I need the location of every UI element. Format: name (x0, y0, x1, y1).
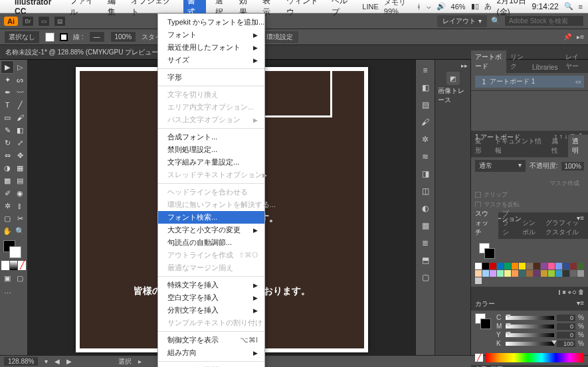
channel-slider[interactable] (506, 333, 554, 337)
gradient-mode-icon[interactable] (10, 261, 18, 270)
make-mask-button[interactable]: マスク作成 (545, 178, 584, 189)
swatch-footer[interactable]: ⫿ ▦ ⊕ ▢ 🗑 (471, 287, 588, 297)
dock-symbol-icon[interactable]: ✲ (419, 133, 432, 146)
line-tool[interactable]: ╱ (14, 99, 26, 111)
tab-links[interactable]: リンク (506, 50, 528, 73)
scale-tool[interactable]: ⤢ (14, 137, 26, 149)
dock-appearance-icon[interactable]: ◐ (419, 202, 432, 215)
opacity-field[interactable]: 100% (110, 31, 137, 42)
menu-item[interactable]: 空白文字を挿入▶ (158, 291, 264, 304)
dock-icon-1[interactable]: ≡ (419, 64, 432, 77)
mid-strip-collapse-icon[interactable]: ▸▸ (438, 62, 468, 69)
swatch[interactable] (512, 270, 518, 277)
gradient-tool[interactable]: ▤ (14, 175, 26, 186)
screen-mode-full[interactable]: ▢ (14, 273, 26, 283)
swatch-fillstroke-chip[interactable] (479, 243, 495, 259)
spotlight-icon[interactable]: 🔍 (564, 2, 573, 11)
menu-item[interactable]: 分割文字を挿入▶ (158, 304, 264, 317)
perspective-tool[interactable]: ▦ (14, 162, 26, 174)
swatch[interactable] (490, 270, 496, 277)
none-mode-icon[interactable]: ╱ (18, 261, 26, 270)
artboard-nav-next-icon[interactable]: ▶ (66, 358, 72, 365)
swatch[interactable] (482, 263, 489, 269)
swatch[interactable] (534, 270, 540, 277)
spectrum-bar[interactable] (486, 353, 584, 362)
stock-search-input[interactable] (504, 15, 584, 27)
selection-tool[interactable]: ▶ (1, 61, 13, 73)
width-tool[interactable]: ⇔ (1, 149, 13, 161)
swatch[interactable] (475, 270, 482, 277)
channel-value[interactable]: 0 (557, 332, 575, 338)
dock-gradient-icon[interactable]: ◨ (419, 167, 432, 181)
zoom-tool[interactable]: 🔍 (14, 225, 26, 237)
artboard-nav-prev-icon[interactable]: ◀ (54, 358, 60, 365)
color-mode-icon[interactable] (1, 261, 9, 270)
tab-attributes[interactable]: 属性 (547, 135, 567, 157)
chrome-icon-2[interactable]: ▤ (54, 16, 66, 27)
swatch[interactable] (497, 270, 504, 277)
channel-value[interactable]: 0 (557, 323, 575, 330)
swatch[interactable] (570, 270, 577, 277)
clip-checkbox[interactable] (475, 192, 481, 198)
swatch[interactable] (541, 263, 547, 269)
dock-brush-icon[interactable]: 🖌 (419, 115, 432, 129)
symbol-sprayer-tool[interactable]: ✲ (1, 200, 13, 212)
swatch[interactable] (490, 263, 496, 269)
menu-item[interactable]: 文字組みアキ量設定... (158, 156, 264, 169)
swatch[interactable] (504, 263, 511, 269)
swatch[interactable] (512, 263, 518, 269)
menu-item[interactable]: 禁則処理設定... (158, 143, 264, 156)
menu-edit[interactable]: 編集 (108, 0, 122, 18)
dock-stroke-icon[interactable]: ≋ (419, 150, 432, 163)
menu-item[interactable]: 句読点の自動調節... (158, 236, 264, 249)
image-trace-button[interactable]: ◩ 画像トレース (438, 69, 468, 108)
document-tab[interactable]: 名称未設定-1* @ 128.88% (CMYK/GPU プレビュー) (5, 48, 161, 57)
chrome-icon-1[interactable]: ▭ (38, 16, 50, 27)
swatch[interactable] (482, 277, 489, 284)
zoom-field[interactable]: 128.88% (4, 357, 38, 366)
swatch[interactable] (541, 270, 547, 277)
tab-layers[interactable]: レイヤー (561, 50, 588, 73)
dock-layers-icon[interactable]: ≣ (419, 236, 432, 250)
swatch[interactable] (482, 270, 489, 277)
eraser-tool[interactable]: ◧ (14, 124, 26, 136)
menu-item[interactable]: 組み方向▶ (158, 346, 264, 359)
panel-menu-icon[interactable]: ▸≡ (577, 33, 584, 40)
menu-item[interactable]: 特殊文字を挿入▶ (158, 279, 264, 291)
hand-tool[interactable]: ✋ (1, 225, 13, 237)
swatch[interactable] (577, 270, 584, 277)
tab-docinfo[interactable]: ドキュメント情報 (491, 135, 547, 157)
swatch[interactable] (563, 270, 569, 277)
menu-help[interactable]: ヘルプ (332, 0, 353, 18)
menu-file[interactable]: ファイル (70, 0, 98, 18)
screen-mode-normal[interactable]: ▣ (1, 273, 13, 283)
swatch[interactable] (475, 263, 482, 269)
tab-graphic-styles[interactable]: グラフィックスタイル (541, 216, 588, 239)
fill-stroke-swatch[interactable] (1, 240, 26, 260)
swatch[interactable] (548, 263, 555, 269)
tab-transparency[interactable]: 透明 (568, 135, 588, 157)
fill-swatch[interactable] (45, 33, 54, 42)
swatch[interactable] (475, 277, 482, 284)
prefs-button[interactable]: 環境設定 (261, 31, 298, 43)
magic-wand-tool[interactable]: ✦ (1, 74, 13, 86)
channel-value[interactable]: 0 (557, 315, 575, 321)
swatch[interactable] (497, 263, 504, 269)
artboard-list-row[interactable]: 1 アートボード 1 ▭ (475, 76, 584, 88)
layout-dropdown[interactable]: レイアウト▾ (437, 15, 487, 27)
channel-slider[interactable] (506, 325, 554, 329)
menu-item[interactable]: フォント検索... (158, 211, 264, 224)
color-panel-header[interactable]: カラー▾≡ (471, 297, 588, 311)
tab-brushes[interactable]: ブラシ (498, 207, 518, 239)
swatch[interactable] (534, 263, 540, 269)
eyedropper-tool[interactable]: ✐ (1, 187, 13, 199)
color-fillstroke-chip[interactable] (475, 313, 491, 329)
mesh-tool[interactable]: ▩ (1, 175, 13, 186)
shaper-tool[interactable]: ✎ (1, 124, 13, 136)
channel-slider[interactable] (506, 316, 554, 320)
swatch[interactable] (526, 270, 533, 277)
free-transform-tool[interactable]: ✥ (14, 149, 26, 161)
menu-item[interactable]: 最近使用したフォント▶ (158, 41, 264, 54)
menu-app-name[interactable]: Illustrator CC (15, 0, 60, 16)
menu-item[interactable]: フォント▶ (158, 29, 264, 41)
